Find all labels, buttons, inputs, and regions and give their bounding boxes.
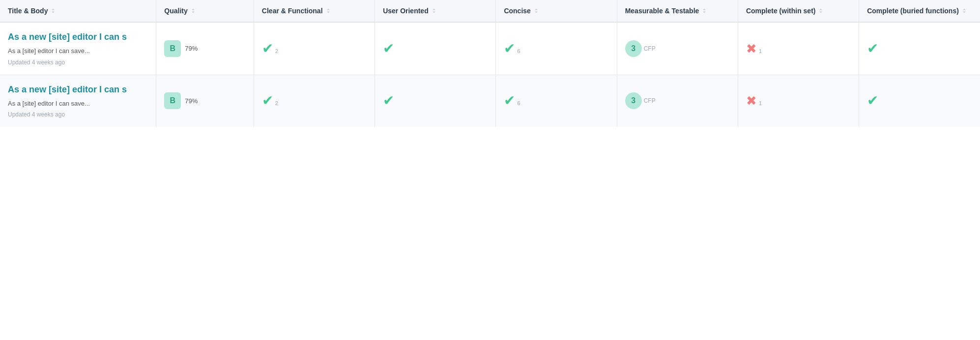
col-label-measurable: Measurable & Testable [625, 7, 699, 15]
concise-sub: 6 [517, 100, 520, 106]
measurable-badge: 3 [625, 92, 642, 109]
quality-percent: 79% [185, 97, 198, 105]
col-label-user-oriented: User Oriented [383, 7, 429, 15]
check-icon-user: ✔ [383, 42, 394, 56]
cell-title-body: As a new [site] editor I can s As a [sit… [0, 22, 156, 75]
sort-icon-quality[interactable] [191, 8, 196, 13]
clear-sub: 2 [275, 48, 278, 54]
cell-complete-buried: ✔ [859, 22, 980, 75]
concise-sub: 6 [517, 48, 520, 54]
clear-sub: 2 [275, 100, 278, 106]
check-icon-buried: ✔ [867, 94, 878, 108]
cell-complete-set: ✖ 1 [738, 22, 859, 75]
col-header-complete-buried[interactable]: Complete (buried functions) [859, 0, 980, 22]
cell-title-body: As a new [site] editor I can s As a [sit… [0, 75, 156, 127]
cell-concise: ✔ 6 [496, 75, 617, 127]
col-header-clear-functional[interactable]: Clear & Functional [254, 0, 375, 22]
measurable-label: CFP [644, 45, 656, 52]
cell-complete-set: ✖ 1 [738, 75, 859, 127]
updated-text: Updated 4 weeks ago [8, 59, 148, 66]
col-header-concise[interactable]: Concise [496, 0, 617, 22]
col-header-title-body[interactable]: Title & Body [0, 0, 156, 22]
cell-complete-buried: ✔ [859, 75, 980, 127]
col-header-complete-set[interactable]: Complete (within set) [738, 0, 859, 22]
check-icon-concise: ✔ [504, 94, 515, 108]
cell-user-oriented: ✔ [375, 22, 496, 75]
cell-quality: B 79% [156, 22, 254, 75]
check-icon-clear: ✔ [262, 42, 273, 56]
col-label-complete-set: Complete (within set) [746, 7, 816, 15]
col-header-measurable[interactable]: Measurable & Testable [617, 0, 738, 22]
cell-measurable: 3 CFP [617, 75, 738, 127]
col-label-clear-functional: Clear & Functional [262, 7, 323, 15]
table-header-row: Title & Body Quality [0, 0, 980, 22]
cell-user-oriented: ✔ [375, 75, 496, 127]
col-label-quality: Quality [164, 7, 187, 15]
title-link[interactable]: As a new [site] editor I can s [8, 31, 148, 43]
sort-icon-complete-buried[interactable] [962, 8, 967, 13]
title-link[interactable]: As a new [site] editor I can s [8, 84, 148, 95]
cell-quality: B 79% [156, 75, 254, 127]
measurable-badge: 3 [625, 40, 642, 57]
sort-icon-measurable[interactable] [702, 8, 707, 13]
quality-percent: 79% [185, 45, 198, 52]
grade-badge: B [164, 92, 181, 109]
updated-text: Updated 4 weeks ago [8, 111, 148, 118]
cell-clear-functional: ✔ 2 [254, 75, 375, 127]
grade-badge: B [164, 40, 181, 57]
check-icon-buried: ✔ [867, 42, 878, 56]
col-header-user-oriented[interactable]: User Oriented [375, 0, 496, 22]
sort-icon-concise[interactable] [534, 8, 539, 13]
cell-clear-functional: ✔ 2 [254, 22, 375, 75]
body-text: As a [site] editor I can save... [8, 47, 148, 56]
measurable-label: CFP [644, 97, 656, 104]
col-header-quality[interactable]: Quality [156, 0, 254, 22]
sort-icon-user-oriented[interactable] [432, 8, 436, 13]
check-icon-concise: ✔ [504, 42, 515, 56]
check-icon-clear: ✔ [262, 94, 273, 108]
col-label-complete-buried: Complete (buried functions) [867, 7, 959, 15]
criteria-table: Title & Body Quality [0, 0, 980, 127]
main-table-wrapper: Title & Body Quality [0, 0, 980, 127]
x-icon-complete-set: ✖ [746, 42, 757, 55]
x-icon-complete-set: ✖ [746, 94, 757, 107]
body-text: As a [site] editor I can save... [8, 99, 148, 108]
cell-concise: ✔ 6 [496, 22, 617, 75]
sort-icon-clear-functional[interactable] [326, 8, 331, 13]
complete-set-sub: 1 [759, 48, 762, 54]
col-label-concise: Concise [504, 7, 530, 15]
check-icon-user: ✔ [383, 94, 394, 108]
col-label-title-body: Title & Body [8, 7, 48, 15]
table-row: As a new [site] editor I can s As a [sit… [0, 22, 980, 75]
table-row: As a new [site] editor I can s As a [sit… [0, 75, 980, 127]
complete-set-sub: 1 [759, 100, 762, 106]
sort-icon-complete-set[interactable] [818, 8, 823, 13]
sort-icon-title-body[interactable] [51, 8, 56, 13]
cell-measurable: 3 CFP [617, 22, 738, 75]
